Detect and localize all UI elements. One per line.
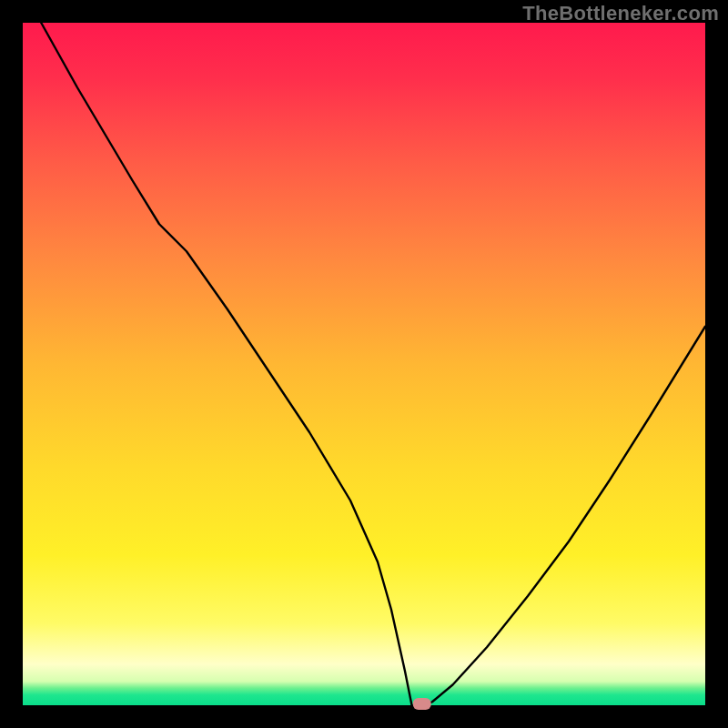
bottleneck-chart [0,0,728,728]
watermark-text: TheBottleneker.com [522,2,719,25]
plot-area [23,23,705,705]
chart-container: TheBottleneker.com [0,0,728,728]
optimal-point-marker [413,698,431,710]
